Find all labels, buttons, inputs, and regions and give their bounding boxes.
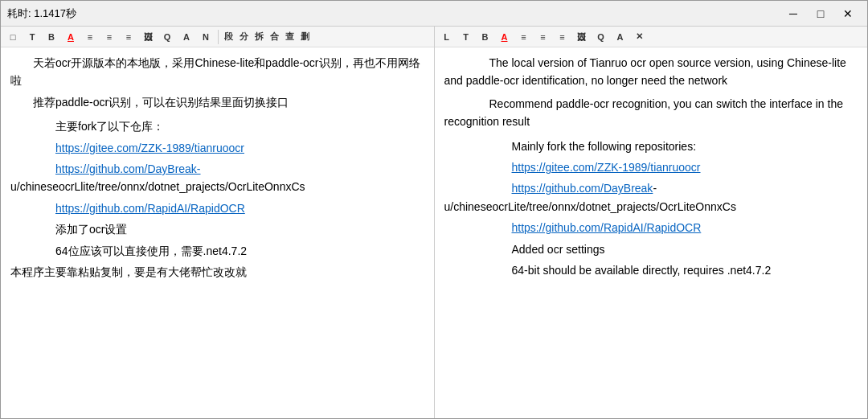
left-tool-duan[interactable]: 段 — [222, 28, 235, 46]
right-tool-search[interactable]: Q — [592, 28, 610, 46]
right-tool-B[interactable]: B — [477, 28, 494, 46]
left-link-1[interactable]: https://gitee.com/ZZK-1989/tianruoocr — [10, 139, 424, 157]
left-tool-search[interactable]: Q — [158, 28, 176, 46]
close-button[interactable]: ✕ — [835, 4, 861, 23]
maximize-button[interactable]: □ — [808, 4, 833, 23]
left-tool-fen[interactable]: 分 — [237, 28, 251, 46]
left-tool-align2[interactable]: ≡ — [100, 28, 118, 46]
right-para-1: The local version of Tianruo ocr open so… — [444, 54, 858, 90]
left-tool-A2[interactable]: A — [178, 28, 195, 46]
right-tool-A2[interactable]: A — [612, 28, 629, 46]
right-link-3[interactable]: https://github.com/RapidAI/RapidOCR — [444, 219, 858, 236]
right-pane-content[interactable]: The local version of Tianruo ocr open so… — [435, 47, 868, 418]
left-tool-T[interactable]: T — [23, 28, 41, 46]
window-title: 耗时: 1.1417秒 — [7, 6, 780, 21]
right-tool-close[interactable]: ✕ — [631, 28, 649, 46]
right-tool-align3[interactable]: ≡ — [554, 28, 571, 46]
left-link-3[interactable]: https://github.com/RapidAI/RapidOCR — [10, 199, 424, 217]
left-para-2: 推荐paddle-ocr识别，可以在识别结果里面切换接口 — [10, 93, 424, 111]
left-para-5: 64位应该可以直接使用，需要.net4.7.2 — [10, 242, 424, 260]
right-tool-image[interactable]: 🖼 — [573, 28, 591, 46]
left-link-2[interactable]: https://github.com/DayBreak-u/chineseocr… — [10, 160, 424, 196]
left-tool-image[interactable]: 🖼 — [139, 28, 157, 46]
right-para-2: Recommend paddle-ocr recognition, you ca… — [444, 95, 858, 131]
right-link-2[interactable]: https://github.com/DayBreak-u/chineseocr… — [444, 179, 858, 216]
content-area: □ T B A ≡ ≡ ≡ 🖼 Q A N 段 分 拆 合 查 删 — [1, 27, 867, 418]
left-tool-align1[interactable]: ≡ — [81, 28, 99, 46]
right-tool-A[interactable]: A — [496, 28, 514, 46]
left-tool-he[interactable]: 合 — [268, 28, 281, 46]
right-para-5: 64-bit should be available directly, req… — [444, 261, 858, 279]
right-pane-toolbar: L T B A ≡ ≡ ≡ 🖼 Q A ✕ — [435, 27, 868, 47]
right-tool-L[interactable]: L — [438, 28, 456, 46]
title-bar-buttons: ─ □ ✕ — [780, 4, 861, 23]
main-window: 耗时: 1.1417秒 ─ □ ✕ □ T B A ≡ ≡ ≡ 🖼 Q A N — [0, 0, 868, 419]
right-para-4: Added ocr settings — [444, 240, 858, 258]
right-tool-T[interactable]: T — [457, 28, 475, 46]
left-pane-toolbar: □ T B A ≡ ≡ ≡ 🖼 Q A N 段 分 拆 合 查 删 — [1, 27, 434, 47]
toolbar-sep-1 — [218, 30, 219, 44]
right-tool-align1[interactable]: ≡ — [515, 28, 533, 46]
left-tool-shan[interactable]: 删 — [298, 28, 312, 46]
left-para-1: 天若ocr开源版本的本地版，采用Chinese-lite和paddle-ocr识… — [10, 54, 424, 90]
left-tool-square[interactable]: □ — [4, 28, 22, 46]
left-tool-chai[interactable]: 拆 — [252, 28, 266, 46]
right-link-1[interactable]: https://gitee.com/ZZK-1989/tianruoocr — [444, 158, 858, 176]
left-tool-N[interactable]: N — [197, 28, 215, 46]
left-pane-content[interactable]: 天若ocr开源版本的本地版，采用Chinese-lite和paddle-ocr识… — [1, 47, 434, 418]
right-tool-align2[interactable]: ≡ — [534, 28, 552, 46]
right-pane: L T B A ≡ ≡ ≡ 🖼 Q A ✕ The local version … — [435, 27, 868, 418]
right-para-3: Mainly fork the following repositories: — [444, 138, 858, 155]
left-pane: □ T B A ≡ ≡ ≡ 🖼 Q A N 段 分 拆 合 查 删 — [1, 27, 435, 418]
left-para-6: 本程序主要靠粘贴复制，要是有大佬帮忙改改就 — [10, 263, 424, 281]
minimize-button[interactable]: ─ — [780, 4, 806, 23]
left-para-4: 添加了ocr设置 — [10, 220, 424, 238]
left-tool-cha[interactable]: 查 — [283, 28, 297, 46]
left-tool-align3[interactable]: ≡ — [120, 28, 137, 46]
left-para-3: 主要fork了以下仓库： — [10, 117, 424, 135]
left-tool-A[interactable]: A — [62, 28, 80, 46]
title-bar: 耗时: 1.1417秒 ─ □ ✕ — [1, 1, 867, 27]
left-tool-B[interactable]: B — [43, 28, 60, 46]
